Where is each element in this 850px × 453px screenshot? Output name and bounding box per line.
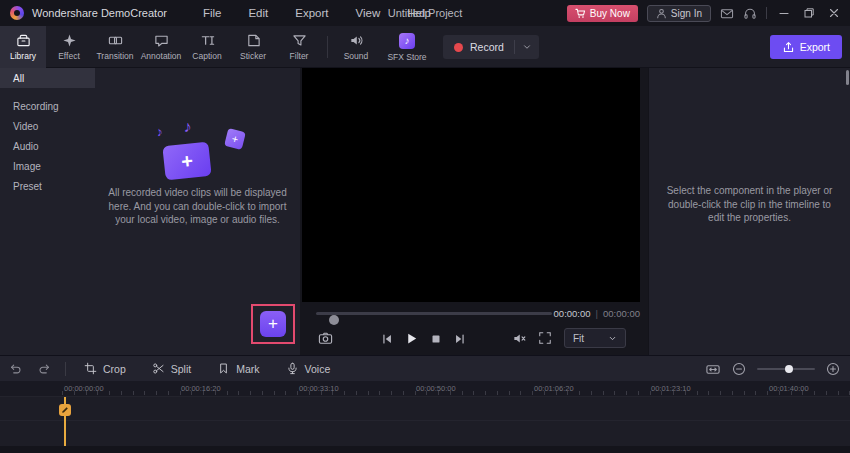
previous-frame-icon[interactable] <box>380 332 394 346</box>
ruler-label: 00:01:06:20 <box>534 384 574 393</box>
effect-icon <box>62 33 77 48</box>
tab-sound-label: Sound <box>344 51 369 61</box>
sidebar-item-image[interactable]: Image <box>0 156 95 176</box>
zoom-slider-handle[interactable] <box>785 365 793 373</box>
close-button[interactable] <box>826 0 842 26</box>
app-window: Wondershare DemoCreator File Edit Export… <box>0 0 850 453</box>
ruler-label: 00:01:23:10 <box>651 384 691 393</box>
chevron-down-icon[interactable] <box>522 42 532 52</box>
tab-sfx-store[interactable]: ♪ SFX Store <box>379 26 435 68</box>
fullscreen-icon[interactable] <box>538 331 552 345</box>
sidebar-item-preset[interactable]: Preset <box>0 176 95 196</box>
toolbar-separator <box>327 36 328 58</box>
sidebar-item-audio-label: Audio <box>13 141 39 152</box>
empty-library-illustration: ♪ ♪ + + <box>146 126 250 188</box>
record-dot-icon <box>454 43 463 52</box>
ruler-label: 00:00:33:10 <box>299 384 339 393</box>
app-logo-icon <box>10 6 24 20</box>
tab-sticker[interactable]: Sticker <box>230 26 276 68</box>
sidebar-item-audio[interactable]: Audio <box>0 136 95 156</box>
timeline-zoom-controls <box>705 356 840 382</box>
voice-button[interactable]: Voice <box>273 356 344 381</box>
crop-button[interactable]: Crop <box>71 356 139 381</box>
seek-handle[interactable] <box>329 315 339 325</box>
play-icon[interactable] <box>404 331 419 346</box>
plus-icon: + <box>268 314 278 334</box>
music-note-icon: ♪ <box>184 118 192 136</box>
tab-sfx-store-label: SFX Store <box>387 52 426 62</box>
import-media-button[interactable]: + <box>260 311 286 337</box>
volume-icon[interactable] <box>512 331 527 346</box>
split-button[interactable]: Split <box>139 356 204 381</box>
media-toolbar: Library Effect Transition Annotation Cap… <box>0 26 850 68</box>
menu-view[interactable]: View <box>356 7 381 19</box>
timeline-ruler[interactable]: 00:00:00:00 00:00:16:20 00:00:33:10 00:0… <box>0 381 850 397</box>
next-frame-icon[interactable] <box>453 332 467 346</box>
timeline-tracks[interactable] <box>0 397 850 446</box>
export-button[interactable]: Export <box>770 35 842 59</box>
crop-label: Crop <box>103 363 126 375</box>
transition-icon <box>108 33 123 48</box>
record-button[interactable]: Record <box>443 35 539 59</box>
redo-button[interactable] <box>30 362 60 376</box>
tab-transition[interactable]: Transition <box>92 26 138 68</box>
tab-effect[interactable]: Effect <box>46 26 92 68</box>
plus-glyph: + <box>230 132 239 145</box>
sidebar-item-recording[interactable]: Recording <box>0 96 95 116</box>
player-panel: 00:00:00 | 00:00:00 <box>300 68 648 355</box>
undo-button[interactable] <box>0 362 30 376</box>
playhead-marker[interactable] <box>59 404 71 416</box>
zoom-in-icon[interactable] <box>826 362 840 376</box>
tab-annotation[interactable]: Annotation <box>138 26 184 68</box>
tab-caption[interactable]: Caption <box>184 26 230 68</box>
tab-filter[interactable]: Filter <box>276 26 322 68</box>
mark-bookmark-icon <box>217 362 230 375</box>
menu-file[interactable]: File <box>203 7 222 19</box>
snapshot-camera-icon[interactable] <box>318 331 333 346</box>
seek-bar[interactable] <box>316 312 552 315</box>
menu-edit[interactable]: Edit <box>248 7 268 19</box>
split-scissors-icon <box>152 362 165 375</box>
sidebar-item-image-label: Image <box>13 161 41 172</box>
sidebar-item-all[interactable]: All <box>0 68 95 88</box>
stop-icon[interactable] <box>429 332 443 346</box>
sticker-icon <box>246 33 261 48</box>
ruler-label: 00:00:50:00 <box>416 384 456 393</box>
minimize-button[interactable] <box>776 0 792 26</box>
timeline-zoom-slider[interactable] <box>757 368 815 370</box>
tab-filter-label: Filter <box>290 51 309 61</box>
record-label: Record <box>470 41 504 53</box>
support-headset-icon[interactable] <box>743 7 757 20</box>
video-preview[interactable] <box>302 68 640 302</box>
zoom-fit-select[interactable]: Fit <box>564 328 626 348</box>
buy-now-button[interactable]: Buy Now <box>567 5 638 22</box>
tab-library-label: Library <box>10 51 36 61</box>
library-panel: ♪ ♪ + + All recorded video clips will be… <box>95 68 300 355</box>
menu-export[interactable]: Export <box>295 7 328 19</box>
time-separator: | <box>596 308 598 319</box>
transport-controls <box>380 331 467 346</box>
voice-mic-icon <box>286 362 299 375</box>
tab-caption-label: Caption <box>192 51 221 61</box>
mail-icon[interactable] <box>720 7 734 20</box>
caption-icon <box>200 33 215 48</box>
export-icon <box>782 41 795 54</box>
annotation-icon <box>154 33 169 48</box>
person-icon <box>656 8 667 19</box>
library-icon <box>16 33 31 48</box>
sidebar-item-video[interactable]: Video <box>0 116 95 136</box>
tab-sound[interactable]: Sound <box>333 26 379 68</box>
tab-sticker-label: Sticker <box>240 51 266 61</box>
zoom-out-icon[interactable] <box>732 362 746 376</box>
timeline-scrollbar-track[interactable] <box>0 446 850 453</box>
tab-library[interactable]: Library <box>0 26 46 68</box>
fit-timeline-icon[interactable] <box>705 362 721 377</box>
scrollbar-thumb[interactable] <box>846 70 849 85</box>
player-controls: Fit <box>300 326 648 352</box>
restore-window-button[interactable] <box>801 0 817 26</box>
mark-button[interactable]: Mark <box>204 356 272 381</box>
sign-in-button[interactable]: Sign In <box>647 5 711 22</box>
sign-in-label: Sign In <box>671 8 702 19</box>
main-area: All Recording Video Audio Image Preset ♪… <box>0 68 850 355</box>
properties-panel: Select the component in the player or do… <box>648 68 850 355</box>
